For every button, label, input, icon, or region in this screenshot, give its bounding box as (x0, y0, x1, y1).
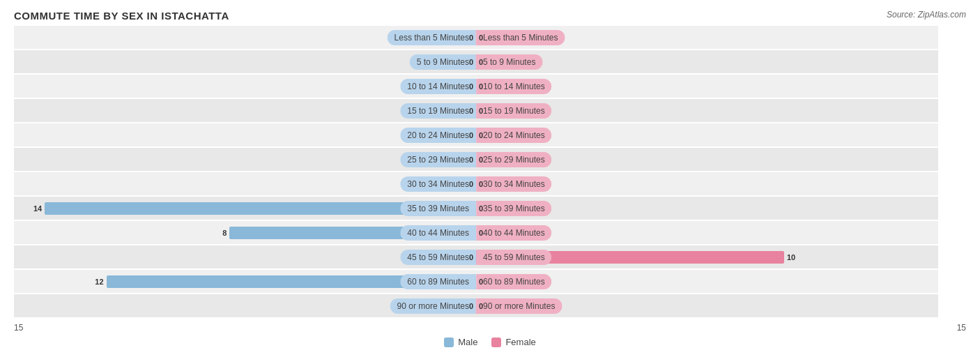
chart-row: 15 to 19 Minutes15 to 19 Minutes00 (14, 99, 938, 122)
label-female-half: 90 or more Minutes (476, 298, 562, 314)
chart-row: 90 or more Minutes90 or more Minutes00 (14, 294, 938, 317)
label-female-half: 60 to 89 Minutes (476, 274, 552, 289)
label-male-half: 5 to 9 Minutes (410, 54, 476, 70)
female-value: 0 (479, 82, 483, 91)
male-value: 0 (469, 253, 473, 261)
male-value: 0 (469, 82, 473, 91)
female-value: 10 (787, 253, 795, 261)
female-value: 0 (479, 131, 483, 139)
label-female-half: 10 to 14 Minutes (476, 79, 552, 94)
male-value: 0 (469, 302, 473, 310)
female-value: 0 (479, 204, 483, 213)
female-value: 0 (479, 107, 483, 115)
label-male-half: 20 to 24 Minutes (400, 128, 476, 143)
chart-row: 30 to 34 Minutes30 to 34 Minutes00 (14, 172, 938, 195)
chart-row: Less than 5 MinutesLess than 5 Minutes00 (14, 26, 938, 49)
female-value: 0 (479, 302, 483, 310)
label-female-half: Less than 5 Minutes (476, 30, 565, 45)
chart-title: COMMUTE TIME BY SEX IN ISTACHATTA (0, 0, 980, 24)
female-value: 0 (479, 278, 483, 286)
label-female-half: 15 to 19 Minutes (476, 103, 552, 119)
chart-row: 35 to 39 Minutes35 to 39 Minutes140 (14, 197, 938, 220)
legend-female: Female (491, 337, 535, 347)
row-label-pill: 35 to 39 Minutes35 to 39 Minutes (400, 201, 551, 216)
label-female-half: 40 to 44 Minutes (476, 225, 552, 241)
axis-min: 15 (14, 323, 23, 333)
label-male-half: 90 or more Minutes (390, 298, 476, 314)
row-label-pill: 40 to 44 Minutes40 to 44 Minutes (400, 225, 551, 241)
male-label: Male (458, 337, 477, 347)
label-male-half: 25 to 29 Minutes (400, 152, 476, 167)
row-label-pill: 5 to 9 Minutes5 to 9 Minutes (410, 54, 543, 70)
label-female-half: 20 to 24 Minutes (476, 128, 552, 143)
male-legend-box (444, 338, 454, 347)
label-female-half: 25 to 29 Minutes (476, 152, 552, 167)
male-value: 0 (469, 156, 473, 164)
male-value: 0 (469, 58, 473, 66)
chart-row: 40 to 44 Minutes40 to 44 Minutes80 (14, 221, 938, 244)
row-label-pill: 30 to 34 Minutes30 to 34 Minutes (400, 176, 551, 192)
axis-max: 15 (957, 323, 966, 333)
label-female-half: 45 to 59 Minutes (476, 250, 552, 265)
row-label-pill: 25 to 29 Minutes25 to 29 Minutes (400, 152, 551, 167)
female-legend-box (491, 338, 501, 347)
female-value: 0 (479, 229, 483, 237)
female-value: 0 (479, 33, 483, 42)
chart-row: 10 to 14 Minutes10 to 14 Minutes00 (14, 75, 938, 98)
chart-row: 60 to 89 Minutes60 to 89 Minutes120 (14, 270, 938, 293)
label-male-half: 45 to 59 Minutes (400, 250, 476, 265)
male-value: 0 (469, 180, 473, 188)
label-male-half: 10 to 14 Minutes (400, 79, 476, 94)
legend-male: Male (444, 337, 477, 347)
chart-row: 45 to 59 Minutes45 to 59 Minutes010 (14, 245, 938, 268)
row-label-pill: 10 to 14 Minutes10 to 14 Minutes (400, 79, 551, 94)
male-value: 0 (469, 107, 473, 115)
row-label-pill: 15 to 19 Minutes15 to 19 Minutes (400, 103, 551, 119)
female-label: Female (505, 337, 535, 347)
chart-row: 20 to 24 Minutes20 to 24 Minutes00 (14, 123, 938, 146)
row-label-pill: 60 to 89 Minutes60 to 89 Minutes (400, 274, 551, 289)
legend: Male Female (14, 337, 966, 347)
female-value: 0 (479, 156, 483, 164)
chart-row: 5 to 9 Minutes5 to 9 Minutes00 (14, 50, 938, 73)
chart-row: 25 to 29 Minutes25 to 29 Minutes00 (14, 148, 938, 171)
label-male-half: Less than 5 Minutes (388, 30, 476, 45)
row-label-pill: Less than 5 MinutesLess than 5 Minutes (388, 30, 565, 45)
female-value: 0 (479, 58, 483, 66)
row-label-pill: 20 to 24 Minutes20 to 24 Minutes (400, 128, 551, 143)
male-value: 0 (469, 33, 473, 42)
axis-labels: 15 15 (14, 319, 966, 334)
label-female-half: 5 to 9 Minutes (476, 54, 542, 70)
chart-area: Less than 5 MinutesLess than 5 Minutes00… (14, 26, 966, 317)
male-value: 14 (33, 204, 42, 213)
male-value: 0 (469, 131, 473, 139)
label-female-half: 30 to 34 Minutes (476, 176, 552, 192)
female-value: 0 (479, 180, 483, 188)
label-male-half: 30 to 34 Minutes (400, 176, 476, 192)
source-text: Source: ZipAtlas.com (887, 10, 966, 20)
male-value: 12 (95, 278, 103, 286)
label-female-half: 35 to 39 Minutes (476, 201, 552, 216)
row-label-pill: 90 or more Minutes90 or more Minutes (390, 298, 562, 314)
label-male-half: 60 to 89 Minutes (400, 274, 476, 289)
label-male-half: 35 to 39 Minutes (400, 201, 476, 216)
row-label-pill: 45 to 59 Minutes45 to 59 Minutes (400, 250, 551, 265)
label-male-half: 15 to 19 Minutes (400, 103, 476, 119)
label-male-half: 40 to 44 Minutes (400, 225, 476, 241)
male-value: 8 (222, 229, 227, 237)
chart-container: Less than 5 MinutesLess than 5 Minutes00… (0, 26, 980, 347)
